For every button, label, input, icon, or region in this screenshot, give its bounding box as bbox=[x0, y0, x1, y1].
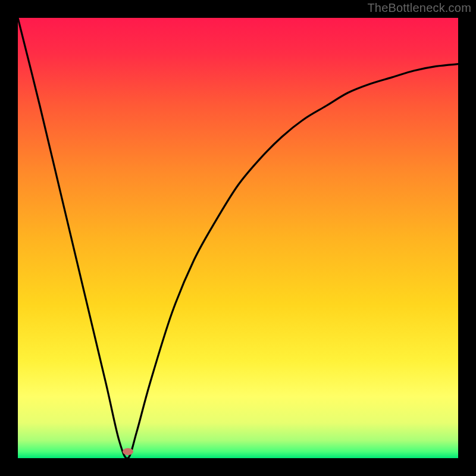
watermark-text: TheBottleneck.com bbox=[367, 1, 471, 15]
minimum-marker bbox=[123, 448, 133, 455]
plot-area bbox=[18, 18, 458, 458]
gradient-background bbox=[18, 18, 458, 458]
chart-frame: TheBottleneck.com bbox=[0, 0, 476, 476]
plot-svg bbox=[18, 18, 458, 458]
